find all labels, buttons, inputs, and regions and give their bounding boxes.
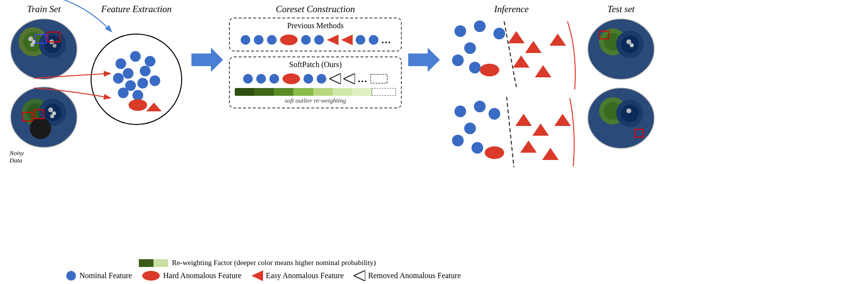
svg-point-74 xyxy=(474,101,486,112)
svg-point-63 xyxy=(464,42,476,54)
svg-marker-46 xyxy=(327,35,339,45)
svg-point-48 xyxy=(356,35,365,45)
easy-anomalous-label: Easy Anomalous Feature xyxy=(266,271,344,280)
svg-point-40 xyxy=(241,35,250,45)
train-image-top xyxy=(9,18,79,83)
svg-marker-83 xyxy=(542,148,559,160)
svg-marker-81 xyxy=(532,124,549,136)
svg-marker-107 xyxy=(251,270,263,281)
svg-point-10 xyxy=(53,44,57,48)
svg-point-91 xyxy=(621,36,639,53)
svg-point-28 xyxy=(145,56,155,67)
feature-circle xyxy=(91,34,182,125)
feature-extraction-label: Feature Extraction xyxy=(101,4,171,15)
svg-marker-68 xyxy=(525,41,542,53)
removed-anomalous-icon xyxy=(354,270,365,281)
softpatch-dots: … xyxy=(235,71,396,87)
svg-point-53 xyxy=(283,73,300,84)
legend-hard-anomalous: Hard Anomalous Feature xyxy=(142,270,242,281)
train-set-label: Train Set xyxy=(27,4,60,15)
feature-extraction-section: Feature Extraction xyxy=(83,4,190,125)
reweighting-label: Re-weighting Factor (deeper color means … xyxy=(172,259,376,267)
previous-methods-dots: … xyxy=(235,32,396,48)
weight-bar xyxy=(235,88,396,96)
inference-label: Inference xyxy=(494,4,528,15)
test-images xyxy=(586,18,657,152)
svg-point-78 xyxy=(489,108,500,120)
arrow-to-coreset xyxy=(190,48,224,72)
inference-top-svg xyxy=(446,17,577,92)
train-image-bottom: NoisyData xyxy=(9,86,79,151)
svg-marker-38 xyxy=(146,103,162,111)
inference-top xyxy=(446,17,577,92)
svg-point-61 xyxy=(474,20,486,32)
svg-rect-103 xyxy=(139,259,153,267)
svg-point-54 xyxy=(303,74,313,84)
svg-marker-57 xyxy=(343,73,355,84)
svg-point-64 xyxy=(452,54,464,66)
svg-marker-71 xyxy=(549,34,566,46)
arrow-to-inference xyxy=(407,48,441,72)
svg-point-34 xyxy=(113,73,124,84)
softpatch-label: SoftPatch (Ours) xyxy=(235,60,396,69)
noisy-data-label: NoisyData xyxy=(10,149,24,164)
svg-marker-56 xyxy=(329,73,341,84)
test-set-section: Test set xyxy=(582,4,660,152)
svg-point-43 xyxy=(280,35,298,45)
train-images: NoisyData xyxy=(9,18,79,151)
svg-point-36 xyxy=(132,90,143,101)
svg-point-100 xyxy=(621,105,639,122)
legend-removed-anomalous: Removed Anomalous Feature xyxy=(354,270,461,281)
weight-seg-1 xyxy=(235,88,254,96)
hard-anomalous-label: Hard Anomalous Feature xyxy=(163,271,242,280)
svg-point-101 xyxy=(626,108,631,113)
svg-point-41 xyxy=(254,35,264,45)
svg-point-49 xyxy=(369,35,378,45)
legend-row: Nominal Feature Hard Anomalous Feature E… xyxy=(66,270,851,281)
svg-point-50 xyxy=(243,74,253,84)
big-arrow-2-svg xyxy=(408,48,440,72)
svg-rect-104 xyxy=(153,259,168,267)
inference-section: Inference xyxy=(441,4,582,170)
reweighting-row: Re-weighting Factor (deeper color means … xyxy=(139,259,851,267)
reweighting-swatch xyxy=(139,259,168,267)
svg-marker-84 xyxy=(554,114,571,126)
weight-seg-5 xyxy=(313,88,333,96)
svg-point-75 xyxy=(464,123,476,134)
svg-point-26 xyxy=(115,58,126,69)
svg-point-92 xyxy=(626,39,631,44)
svg-point-105 xyxy=(66,271,76,281)
svg-point-73 xyxy=(454,106,466,117)
svg-marker-59 xyxy=(408,48,440,72)
feature-dots-svg xyxy=(92,35,183,126)
svg-marker-82 xyxy=(520,141,537,153)
previous-methods-box: Previous Methods … xyxy=(229,18,402,52)
removed-anomalous-label: Removed Anomalous Feature xyxy=(368,271,461,280)
svg-line-85 xyxy=(507,97,514,167)
svg-point-55 xyxy=(317,74,326,84)
svg-point-66 xyxy=(480,64,499,76)
svg-point-65 xyxy=(469,62,481,73)
svg-point-6 xyxy=(28,36,33,41)
svg-point-51 xyxy=(256,74,266,84)
svg-point-31 xyxy=(150,75,160,86)
svg-point-35 xyxy=(118,88,129,98)
svg-marker-70 xyxy=(535,65,551,77)
weight-seg-outline xyxy=(372,88,396,96)
coreset-section: Coreset Construction Previous Methods … xyxy=(224,4,407,108)
inference-bottom-svg xyxy=(446,94,577,170)
legend-nominal: Nominal Feature xyxy=(66,270,132,281)
svg-rect-58 xyxy=(371,74,387,83)
svg-point-42 xyxy=(267,35,277,45)
coreset-label: Coreset Construction xyxy=(276,4,355,15)
svg-point-62 xyxy=(493,28,505,39)
inference-bottom xyxy=(446,94,577,170)
previous-methods-label: Previous Methods xyxy=(235,21,396,30)
svg-point-23 xyxy=(50,114,54,118)
nominal-icon xyxy=(66,270,76,281)
svg-point-79 xyxy=(485,146,504,159)
svg-marker-47 xyxy=(341,35,353,45)
svg-point-21 xyxy=(48,107,53,112)
legend-easy-anomalous: Easy Anomalous Feature xyxy=(251,270,344,281)
legend-area: Re-weighting Factor (deeper color means … xyxy=(0,257,868,284)
